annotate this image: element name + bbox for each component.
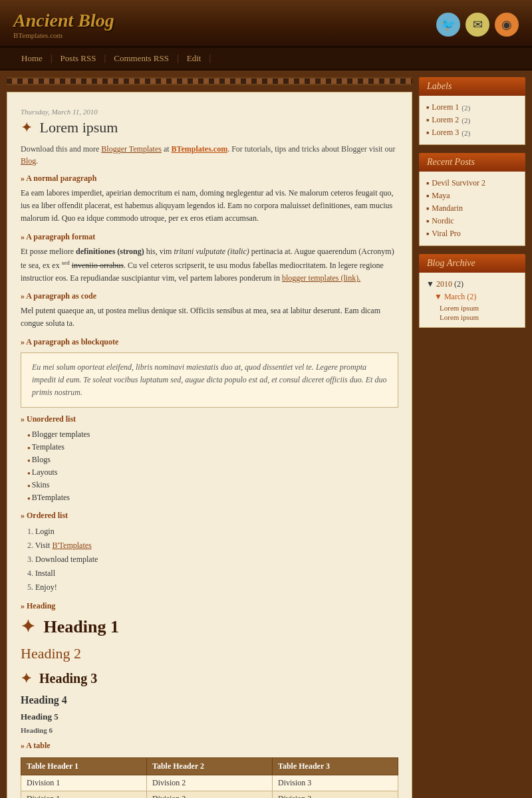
recent-post-4[interactable]: Nordic bbox=[426, 215, 518, 227]
btemplates-ordered-link[interactable]: B'Templates bbox=[52, 541, 91, 550]
blog-subtitle: BTemplates.com bbox=[13, 31, 114, 39]
table-row: Division 1 Division 2 Division 3 bbox=[21, 775, 398, 791]
blogger-templates-link-2[interactable]: blogger templates (link). bbox=[282, 273, 360, 283]
recent-posts-title: Recent Posts bbox=[419, 153, 525, 172]
blog-link[interactable]: Blog bbox=[21, 156, 36, 166]
content-table: Table Header 1 Table Header 2 Table Head… bbox=[21, 757, 398, 798]
label-count-2: (2) bbox=[462, 116, 470, 124]
archive-month-count: (2) bbox=[467, 292, 476, 301]
nav-bar: Home | Posts RSS | Comments RSS | Edit | bbox=[0, 48, 532, 70]
archive-month-name[interactable]: March bbox=[444, 292, 465, 301]
label-item-1[interactable]: Lorem 1 (2) bbox=[426, 101, 518, 114]
table-header-col-2: Table Header 2 bbox=[147, 758, 273, 775]
archive-post-link-2[interactable]: Lorem ipsum bbox=[440, 313, 479, 321]
format-header: A paragraph format bbox=[21, 232, 398, 242]
post-container: Thursday, March 11, 2010 ✦ Lorem ipsum D… bbox=[7, 92, 412, 798]
list-item: Blogger templates bbox=[27, 428, 398, 441]
ordered-list: Login Visit B'Templates Download templat… bbox=[27, 525, 398, 595]
heading-2: Heading 2 bbox=[21, 645, 398, 662]
blogger-templates-link[interactable]: Blogger Templates bbox=[101, 144, 162, 154]
recent-posts-body: Devil Survivor 2 Maya Mandarin Nordic Vi… bbox=[419, 172, 525, 246]
nav-home[interactable]: Home bbox=[13, 53, 51, 64]
recent-post-1[interactable]: Devil Survivor 2 bbox=[426, 177, 518, 190]
italic-text: tritani vulputate (italic) bbox=[174, 247, 249, 256]
archive-post-2[interactable]: Lorem ipsum bbox=[426, 313, 518, 322]
table-header-col-3: Table Header 3 bbox=[273, 758, 398, 775]
list-item: Templates bbox=[27, 441, 398, 454]
list-item: Visit B'Templates bbox=[27, 539, 398, 553]
blog-archive-widget: Blog Archive ▼ 2010 (2) ▼ March (2) Lore… bbox=[419, 254, 525, 328]
label-link-1[interactable]: Lorem 1 bbox=[432, 102, 459, 112]
table-row: Division 1 Division 2 Division 3 bbox=[21, 791, 398, 798]
rss-icon[interactable]: ◉ bbox=[495, 13, 519, 37]
list-item: Login bbox=[27, 525, 398, 539]
list-item: BTemplates bbox=[27, 491, 398, 504]
recent-posts-widget: Recent Posts Devil Survivor 2 Maya Manda… bbox=[419, 153, 525, 246]
ordered-header: Ordered list bbox=[21, 511, 398, 521]
site-header: Ancient Blog BTemplates.com 🐦 ✉ ◉ bbox=[0, 0, 532, 48]
content-wrapper: Thursday, March 11, 2010 ✦ Lorem ipsum D… bbox=[0, 70, 532, 798]
unordered-list: Blogger templates Templates Blogs Layout… bbox=[27, 428, 398, 504]
table-header: A table bbox=[21, 741, 398, 751]
list-item: Download template bbox=[27, 553, 398, 567]
table-header-col-1: Table Header 1 bbox=[21, 758, 147, 775]
table-cell: Division 3 bbox=[273, 791, 398, 798]
post-date: Thursday, March 11, 2010 bbox=[21, 108, 398, 116]
blockquote-header: A paragraph as blockquote bbox=[21, 337, 398, 347]
unordered-header: Unordered list bbox=[21, 414, 398, 424]
nav-edit[interactable]: Edit bbox=[179, 53, 209, 64]
table-cell: Division 1 bbox=[21, 791, 147, 798]
archive-month[interactable]: ▼ March (2) bbox=[426, 291, 518, 303]
btemplates-link[interactable]: BTemplates.com bbox=[172, 144, 228, 154]
label-count-3: (2) bbox=[462, 129, 470, 137]
recent-post-5[interactable]: Viral Pro bbox=[426, 227, 518, 240]
list-item: Enjoy! bbox=[27, 581, 398, 595]
label-count-1: (2) bbox=[462, 104, 470, 112]
archive-title: Blog Archive bbox=[419, 254, 525, 273]
recent-post-2[interactable]: Maya bbox=[426, 190, 518, 202]
normal-paragraph-header: A normal paragraph bbox=[21, 174, 398, 184]
normal-paragraph-text: Ea eam labores imperdiet, apeirian democ… bbox=[21, 187, 398, 225]
h3-fleur: ✦ bbox=[21, 671, 32, 686]
sidebar: Labels Lorem 1 (2) Lorem 2 (2) Lorem 3 (… bbox=[419, 77, 525, 798]
heading-3: ✦ Heading 3 bbox=[21, 670, 398, 686]
mail-icon[interactable]: ✉ bbox=[466, 13, 489, 37]
archive-post-1[interactable]: Lorem ipsum bbox=[426, 303, 518, 313]
blockquote-box: Eu mei solum oporteat eleifend, libris n… bbox=[21, 352, 398, 408]
strong-text: definitiones (strong) bbox=[76, 247, 144, 256]
blog-title: Ancient Blog bbox=[13, 10, 114, 31]
labels-widget: Labels Lorem 1 (2) Lorem 2 (2) Lorem 3 (… bbox=[419, 77, 525, 145]
nav-sep-4: | bbox=[209, 53, 211, 64]
list-item: Blogs bbox=[27, 454, 398, 466]
list-item: Layouts bbox=[27, 466, 398, 479]
code-header: A paragraph as code bbox=[21, 291, 398, 301]
archive-year[interactable]: ▼ 2010 (2) bbox=[426, 278, 518, 291]
archive-body: ▼ 2010 (2) ▼ March (2) Lorem ipsum Lorem… bbox=[419, 273, 525, 328]
nav-comments-rss[interactable]: Comments RSS bbox=[106, 53, 177, 64]
recent-post-3[interactable]: Mandarin bbox=[426, 202, 518, 215]
list-item: Install bbox=[27, 567, 398, 581]
heading-6: Heading 6 bbox=[21, 726, 398, 734]
table-cell: Division 3 bbox=[273, 775, 398, 791]
post-title: ✦ Lorem ipsum bbox=[21, 119, 398, 136]
label-item-2[interactable]: Lorem 2 (2) bbox=[426, 114, 518, 126]
label-link-3[interactable]: Lorem 3 bbox=[432, 128, 459, 138]
format-paragraph: Et posse meliore definitiones (strong) h… bbox=[21, 245, 398, 285]
archive-post-link-1[interactable]: Lorem ipsum bbox=[440, 304, 479, 312]
archive-year-link[interactable]: 2010 bbox=[436, 279, 452, 289]
labels-title: Labels bbox=[419, 77, 525, 96]
strikeout-text: inveniio orrabus bbox=[72, 261, 124, 270]
post-intro: Download this and more Blogger Templates… bbox=[21, 143, 398, 167]
label-link-2[interactable]: Lorem 2 bbox=[432, 115, 459, 125]
table-cell: Division 2 bbox=[147, 775, 273, 791]
h1-fleur: ✦ bbox=[21, 617, 35, 636]
archive-year-count: (2) bbox=[454, 279, 464, 289]
table-cell: Division 2 bbox=[147, 791, 273, 798]
fleur-icon: ✦ bbox=[21, 119, 33, 136]
twitter-icon[interactable]: 🐦 bbox=[436, 13, 460, 37]
list-item: Skins bbox=[27, 479, 398, 491]
ex-text: ex bbox=[52, 261, 59, 270]
table-cell: Division 1 bbox=[21, 775, 147, 791]
label-item-3[interactable]: Lorem 3 (2) bbox=[426, 126, 518, 139]
nav-posts-rss[interactable]: Posts RSS bbox=[53, 53, 104, 64]
